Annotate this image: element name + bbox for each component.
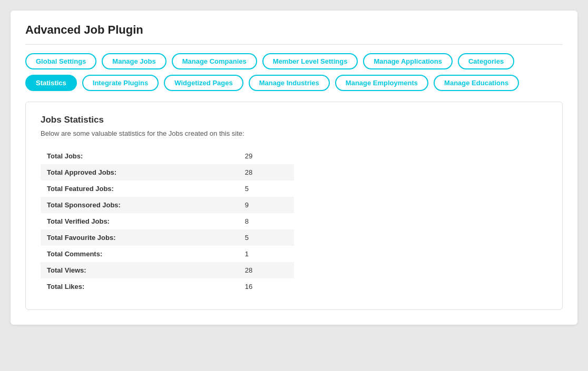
header-divider — [25, 44, 563, 45]
stat-row: Total Views:28 — [41, 262, 294, 278]
nav-btn-widgetized-pages[interactable]: Widgetized Pages — [164, 75, 243, 91]
stat-label: Total Featured Jobs: — [41, 181, 229, 197]
stat-label: Total Jobs: — [41, 148, 229, 164]
stat-label: Total Verified Jobs: — [41, 213, 229, 229]
stat-value: 8 — [229, 213, 294, 229]
stat-value: 9 — [229, 197, 294, 213]
content-title: Jobs Statistics — [41, 115, 547, 125]
stat-label: Total Approved Jobs: — [41, 164, 229, 181]
stat-label: Total Favourite Jobs: — [41, 229, 229, 246]
nav-btn-integrate-plugins[interactable]: Integrate Plugins — [82, 75, 159, 91]
content-description: Below are some valuable statistics for t… — [41, 129, 547, 137]
stat-label: Total Sponsored Jobs: — [41, 197, 229, 213]
stat-value: 5 — [229, 229, 294, 246]
nav-btn-manage-jobs[interactable]: Manage Jobs — [102, 53, 166, 69]
stats-table: Total Jobs:29Total Approved Jobs:28Total… — [41, 148, 294, 295]
stat-row: Total Verified Jobs:8 — [41, 213, 294, 229]
stat-value: 5 — [229, 181, 294, 197]
nav-row-1: Global SettingsManage JobsManage Compani… — [25, 53, 563, 69]
nav-btn-manage-industries[interactable]: Manage Industries — [249, 75, 330, 91]
stat-label: Total Likes: — [41, 278, 229, 295]
nav-btn-global-settings[interactable]: Global Settings — [25, 53, 96, 69]
stat-row: Total Featured Jobs:5 — [41, 181, 294, 197]
stat-row: Total Sponsored Jobs:9 — [41, 197, 294, 213]
stat-row: Total Approved Jobs:28 — [41, 164, 294, 181]
stat-label: Total Views: — [41, 262, 229, 278]
stat-value: 1 — [229, 246, 294, 262]
page-wrapper: Advanced Job Plugin Global SettingsManag… — [11, 11, 577, 325]
stat-row: Total Favourite Jobs:5 — [41, 229, 294, 246]
nav-rows: Global SettingsManage JobsManage Compani… — [25, 53, 563, 91]
nav-row-2: StatisticsIntegrate PluginsWidgetized Pa… — [25, 75, 563, 91]
nav-btn-manage-applications[interactable]: Manage Applications — [363, 53, 453, 69]
stat-value: 16 — [229, 278, 294, 295]
nav-btn-statistics[interactable]: Statistics — [25, 75, 77, 91]
stat-row: Total Comments:1 — [41, 246, 294, 262]
nav-btn-member-level-settings[interactable]: Member Level Settings — [262, 53, 358, 69]
content-box: Jobs Statistics Below are some valuable … — [25, 102, 563, 310]
nav-btn-manage-companies[interactable]: Manage Companies — [172, 53, 257, 69]
stat-label: Total Comments: — [41, 246, 229, 262]
nav-btn-manage-employments[interactable]: Manage Employments — [335, 75, 428, 91]
stat-row: Total Jobs:29 — [41, 148, 294, 164]
stat-value: 29 — [229, 148, 294, 164]
nav-btn-categories[interactable]: Categories — [458, 53, 514, 69]
stat-value: 28 — [229, 262, 294, 278]
stat-row: Total Likes:16 — [41, 278, 294, 295]
nav-btn-manage-educations[interactable]: Manage Educations — [434, 75, 519, 91]
stat-value: 28 — [229, 164, 294, 181]
page-title: Advanced Job Plugin — [25, 23, 563, 37]
